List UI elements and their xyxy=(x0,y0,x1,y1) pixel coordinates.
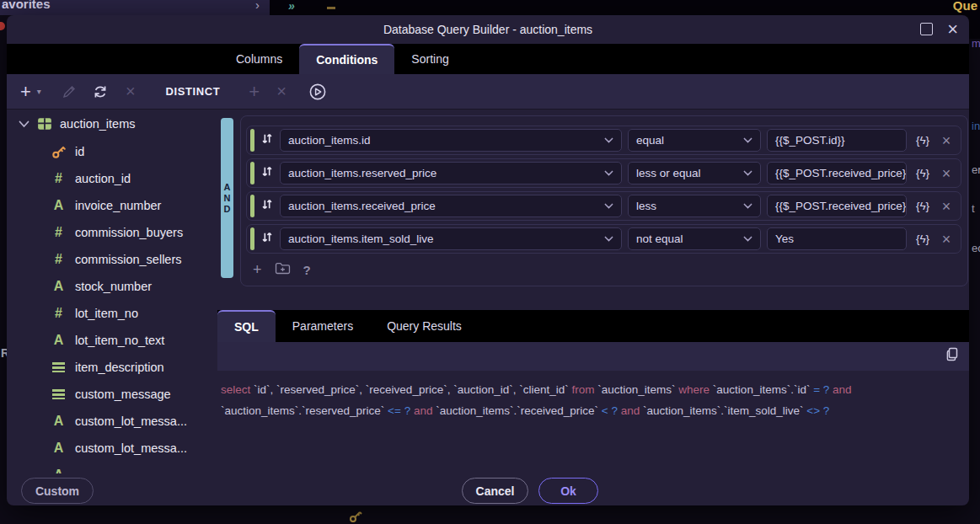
tab-sql[interactable]: SQL xyxy=(217,310,276,342)
dynamic-value-icon[interactable]: {ϟ} xyxy=(913,233,933,245)
remove-condition-icon[interactable]: × xyxy=(939,232,954,247)
favorites-label: avorites xyxy=(2,0,51,11)
tree-field[interactable]: Acustom_lot_messa... xyxy=(7,408,217,435)
field-select[interactable]: auction_items.item_sold_live xyxy=(280,227,622,250)
remove-condition-icon[interactable]: × xyxy=(939,199,954,214)
background-query-label: Que xyxy=(953,0,977,13)
sort-arrows-icon[interactable] xyxy=(260,198,274,214)
field-name: stock_number xyxy=(75,280,152,293)
tree-root-auction-items[interactable]: auction_items xyxy=(7,110,217,138)
background-text-fragment: er xyxy=(972,163,980,176)
field-select[interactable]: auction_items.received_price xyxy=(280,195,622,217)
dialog-titlebar: Database Query Builder - auction_items xyxy=(7,15,969,44)
tree-field[interactable]: Alot_item_no_text xyxy=(7,327,217,354)
tree-field[interactable]: Astock_number xyxy=(7,273,217,300)
text-type-icon: A xyxy=(51,468,67,473)
group-operator-and[interactable]: AND xyxy=(221,118,233,278)
row-accent-pill xyxy=(250,129,254,152)
tree-field[interactable]: Ainvoice_number xyxy=(7,192,217,219)
copy-icon[interactable] xyxy=(944,346,961,366)
condition-actions: + ? xyxy=(253,261,961,279)
add-group-folder-icon[interactable] xyxy=(275,262,291,278)
number-type-icon: # xyxy=(51,252,67,267)
tree-field[interactable]: #commission_buyers xyxy=(7,219,217,246)
tree-field[interactable]: custom_message xyxy=(7,381,217,408)
value-input[interactable]: {{$_POST.received_price}} xyxy=(767,162,907,184)
background-top-strip: avorites › xyxy=(0,0,270,15)
sort-arrows-icon[interactable] xyxy=(260,231,274,247)
dynamic-value-icon[interactable]: {ϟ} xyxy=(913,200,933,212)
operator-select[interactable]: not equal xyxy=(628,227,761,250)
background-text-fragment: m xyxy=(972,37,980,50)
table-icon xyxy=(37,116,52,131)
add-icon[interactable]: + xyxy=(20,81,31,103)
tab-columns[interactable]: Columns xyxy=(219,44,299,74)
number-type-icon: # xyxy=(51,171,67,186)
number-type-icon: # xyxy=(51,306,67,321)
sort-arrows-icon[interactable] xyxy=(260,165,274,181)
chevron-down-icon xyxy=(19,120,29,128)
field-name: item_description xyxy=(75,361,164,374)
background-text-fragment: in xyxy=(972,120,980,132)
guillemet-icon: » xyxy=(288,0,295,13)
tab-conditions[interactable]: Conditions xyxy=(299,44,394,74)
tree-field[interactable]: item_description xyxy=(7,354,217,381)
field-select[interactable]: auction_items.id xyxy=(280,129,622,152)
condition-row-list: auction_items.idequal{{$_POST.id}}{ϟ}×au… xyxy=(246,126,961,254)
chevron-down-icon[interactable]: ▾ xyxy=(37,87,41,96)
dynamic-value-icon[interactable]: {ϟ} xyxy=(913,167,933,179)
row-accent-pill xyxy=(250,195,254,217)
field-name: custom_lot_messa... xyxy=(75,441,187,455)
field-select[interactable]: auction_items.reserved_price xyxy=(280,162,622,184)
add-distinct-icon[interactable]: + xyxy=(249,81,260,103)
row-accent-pill xyxy=(250,162,254,184)
field-name: custom_message xyxy=(75,388,171,401)
tree-field[interactable]: #lot_item_no xyxy=(7,300,217,327)
sql-toolbar xyxy=(217,342,969,371)
remove-condition-icon[interactable]: × xyxy=(939,133,954,148)
edit-icon[interactable] xyxy=(62,84,77,99)
dialog-title: Database Query Builder - auction_items xyxy=(383,23,592,36)
refresh-icon[interactable] xyxy=(92,83,109,100)
text-type-icon: A xyxy=(51,414,67,429)
tab-sorting[interactable]: Sorting xyxy=(394,44,465,74)
distinct-toggle[interactable]: DISTINCT xyxy=(166,85,221,98)
sql-tabstrip: SQL Parameters Query Results xyxy=(217,310,969,342)
condition-row: auction_items.reserved_priceless or equa… xyxy=(246,158,961,188)
text-type-icon: A xyxy=(51,198,67,213)
row-accent-pill xyxy=(250,227,254,250)
question-mark-icon[interactable]: ? xyxy=(303,263,311,277)
tab-query-results[interactable]: Query Results xyxy=(370,310,479,342)
condition-row: auction_items.item_sold_livenot equalYes… xyxy=(246,224,961,254)
maximize-icon[interactable] xyxy=(920,23,933,35)
close-icon[interactable]: × xyxy=(947,17,958,42)
tree-field[interactable]: #auction_id xyxy=(7,165,217,192)
table-name: auction_items xyxy=(60,117,135,131)
tree-field[interactable]: A xyxy=(7,462,217,473)
background-text-fragment: ec xyxy=(972,242,980,254)
dynamic-value-icon[interactable]: {ϟ} xyxy=(913,134,933,147)
tree-field[interactable]: id xyxy=(7,138,217,165)
remove-distinct-icon[interactable]: × xyxy=(276,82,287,101)
delete-icon[interactable]: × xyxy=(126,82,136,101)
run-query-icon[interactable] xyxy=(308,83,327,101)
operator-select[interactable]: equal xyxy=(628,129,761,152)
tree-field[interactable]: Acustom_lot_messa... xyxy=(7,435,217,462)
tree-field[interactable]: #commission_sellers xyxy=(7,246,217,273)
cancel-button[interactable]: Cancel xyxy=(462,478,528,504)
field-name: lot_item_no_text xyxy=(75,334,164,347)
sql-query-text: select `id`, `reserved_price`, `received… xyxy=(221,379,967,421)
operator-select[interactable]: less xyxy=(628,195,761,217)
field-name: custom_lot_messa... xyxy=(75,414,187,428)
sort-arrows-icon[interactable] xyxy=(260,132,274,148)
ok-button[interactable]: Ok xyxy=(538,478,598,504)
operator-select[interactable]: less or equal xyxy=(628,162,761,184)
value-input[interactable]: Yes xyxy=(767,227,907,250)
custom-button[interactable]: Custom xyxy=(21,478,94,504)
remove-condition-icon[interactable]: × xyxy=(939,166,954,181)
value-input[interactable]: {{$_POST.id}} xyxy=(767,129,907,152)
add-condition-icon[interactable]: + xyxy=(253,261,262,279)
value-input[interactable]: {{$_POST.received_price}} xyxy=(767,195,907,217)
tab-parameters[interactable]: Parameters xyxy=(276,310,370,342)
yellow-dash-decor xyxy=(327,7,335,9)
